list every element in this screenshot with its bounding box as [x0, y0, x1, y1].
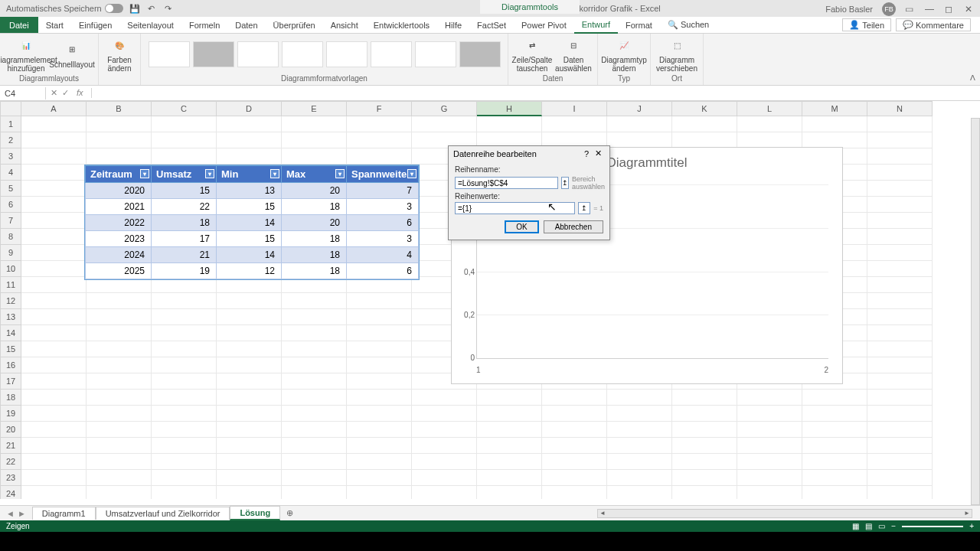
- row-header[interactable]: 17: [0, 373, 21, 390]
- col-header[interactable]: N: [867, 101, 933, 116]
- tab-entwicklertools[interactable]: Entwicklertools: [366, 18, 437, 33]
- tab-powerpivot[interactable]: Power Pivot: [514, 18, 574, 33]
- horizontal-scrollbar[interactable]: [597, 509, 972, 518]
- row-header[interactable]: 5: [0, 181, 21, 197]
- tab-format[interactable]: Format: [618, 18, 660, 33]
- comments-button[interactable]: 💬 Kommentare: [896, 18, 971, 31]
- table-cell[interactable]: 6: [347, 263, 419, 279]
- filter-icon[interactable]: ▾: [407, 169, 416, 178]
- table-cell[interactable]: 18: [282, 199, 347, 215]
- row-header[interactable]: 7: [0, 213, 21, 229]
- chart-style-8[interactable]: [459, 41, 501, 67]
- view-break-icon[interactable]: ▭: [878, 522, 885, 530]
- add-chart-element-button[interactable]: 📊Diagrammelement hinzufügen: [5, 36, 47, 73]
- switch-row-col-button[interactable]: ⇄Zeile/Spalte tauschen: [513, 36, 551, 73]
- ribbon-options-icon[interactable]: ▭: [905, 4, 916, 15]
- table-cell[interactable]: 20: [282, 183, 347, 199]
- sheet-nav-next-icon[interactable]: ►: [18, 509, 26, 518]
- col-header[interactable]: K: [672, 101, 737, 116]
- chart-style-5[interactable]: [326, 41, 368, 67]
- share-button[interactable]: 👤 Teilen: [842, 18, 891, 31]
- select-all-corner[interactable]: [0, 101, 21, 116]
- table-cell[interactable]: 21: [152, 247, 217, 263]
- sheet-tab[interactable]: Umsatzverlauf und Zielkorridor: [96, 507, 230, 520]
- tab-start[interactable]: Start: [38, 18, 71, 33]
- row-header[interactable]: 21: [0, 438, 21, 454]
- table-cell[interactable]: 4: [347, 247, 419, 263]
- chart-style-1[interactable]: [149, 41, 190, 67]
- chart-style-3[interactable]: [237, 41, 279, 67]
- row-header[interactable]: 23: [0, 470, 21, 486]
- table-cell[interactable]: 18: [282, 231, 347, 247]
- table-cell[interactable]: 7: [347, 183, 419, 199]
- tab-ansicht[interactable]: Ansicht: [323, 18, 366, 33]
- view-page-icon[interactable]: ▤: [865, 522, 872, 530]
- col-header[interactable]: E: [282, 101, 347, 116]
- redo-icon[interactable]: ↷: [163, 3, 174, 14]
- data-table[interactable]: Zeitraum▾ Umsatz▾ Min▾ Max▾ Spannweite▾ …: [84, 165, 420, 280]
- tab-seitenlayout[interactable]: Seitenlayout: [119, 18, 181, 33]
- tab-einfuegen[interactable]: Einfügen: [71, 18, 119, 33]
- filter-icon[interactable]: ▾: [140, 169, 149, 178]
- col-header[interactable]: H: [477, 101, 542, 116]
- file-tab[interactable]: Datei: [0, 17, 38, 33]
- row-header[interactable]: 4: [0, 165, 21, 181]
- series-values-input[interactable]: [455, 202, 575, 214]
- table-cell[interactable]: 18: [152, 215, 217, 231]
- table-cell[interactable]: 18: [282, 247, 347, 263]
- chart-style-6[interactable]: [371, 41, 412, 67]
- table-cell[interactable]: 14: [217, 247, 282, 263]
- row-header[interactable]: 11: [0, 277, 21, 293]
- help-icon[interactable]: ?: [581, 149, 592, 158]
- row-header[interactable]: 1: [0, 116, 21, 132]
- series-name-input[interactable]: [455, 177, 558, 189]
- collapse-ribbon-icon[interactable]: ᐱ: [970, 73, 975, 82]
- save-icon[interactable]: 💾: [129, 3, 140, 14]
- filter-icon[interactable]: ▾: [335, 169, 345, 178]
- chart-style-2[interactable]: [193, 41, 234, 67]
- vertical-scrollbar[interactable]: [971, 118, 980, 505]
- row-header[interactable]: 15: [0, 341, 21, 357]
- close-icon[interactable]: ✕: [592, 148, 605, 158]
- table-cell[interactable]: 15: [217, 231, 282, 247]
- maximize-icon[interactable]: ◻: [945, 4, 956, 15]
- user-avatar[interactable]: FB: [882, 2, 896, 16]
- cancel-button[interactable]: Abbrechen: [544, 220, 603, 233]
- accept-formula-icon[interactable]: ✓: [62, 88, 69, 98]
- row-header[interactable]: 6: [0, 197, 21, 213]
- sheet-tab[interactable]: Lösung: [230, 506, 280, 520]
- row-header[interactable]: 22: [0, 454, 21, 470]
- move-chart-button[interactable]: ⬚Diagramm verschieben: [655, 36, 698, 73]
- worksheet-grid[interactable]: A B C D E F G H I J K L M N 123456789101…: [0, 101, 980, 499]
- chart-style-7[interactable]: [415, 41, 456, 67]
- sheet-tab[interactable]: Diagramm1: [32, 507, 96, 520]
- table-cell[interactable]: 17: [152, 231, 217, 247]
- zoom-slider[interactable]: [902, 526, 963, 527]
- col-header[interactable]: C: [152, 101, 217, 116]
- table-cell[interactable]: 12: [217, 263, 282, 279]
- chart-style-4[interactable]: [282, 41, 323, 67]
- table-cell[interactable]: 22: [152, 199, 217, 215]
- minimize-icon[interactable]: —: [925, 4, 936, 15]
- table-cell[interactable]: 6: [347, 215, 419, 231]
- fx-icon[interactable]: fx: [74, 88, 87, 98]
- col-header[interactable]: B: [87, 101, 152, 116]
- table-cell[interactable]: 15: [217, 199, 282, 215]
- search-box[interactable]: 🔍 Suchen: [660, 17, 717, 33]
- row-header[interactable]: 10: [0, 261, 21, 277]
- row-header[interactable]: 20: [0, 422, 21, 438]
- col-header[interactable]: J: [607, 101, 672, 116]
- undo-icon[interactable]: ↶: [146, 3, 157, 14]
- zoom-out-icon[interactable]: −: [891, 522, 896, 530]
- row-header[interactable]: 9: [0, 245, 21, 261]
- row-header[interactable]: 18: [0, 390, 21, 406]
- row-header[interactable]: 8: [0, 229, 21, 245]
- autosave-toggle[interactable]: Automatisches Speichern: [6, 4, 123, 13]
- row-header[interactable]: 12: [0, 293, 21, 309]
- col-header[interactable]: F: [347, 101, 412, 116]
- range-picker-icon[interactable]: ↥: [561, 177, 569, 189]
- row-header[interactable]: 16: [0, 357, 21, 373]
- table-cell[interactable]: 2025: [86, 263, 152, 279]
- view-normal-icon[interactable]: ▦: [852, 522, 859, 530]
- zoom-in-icon[interactable]: +: [969, 522, 974, 530]
